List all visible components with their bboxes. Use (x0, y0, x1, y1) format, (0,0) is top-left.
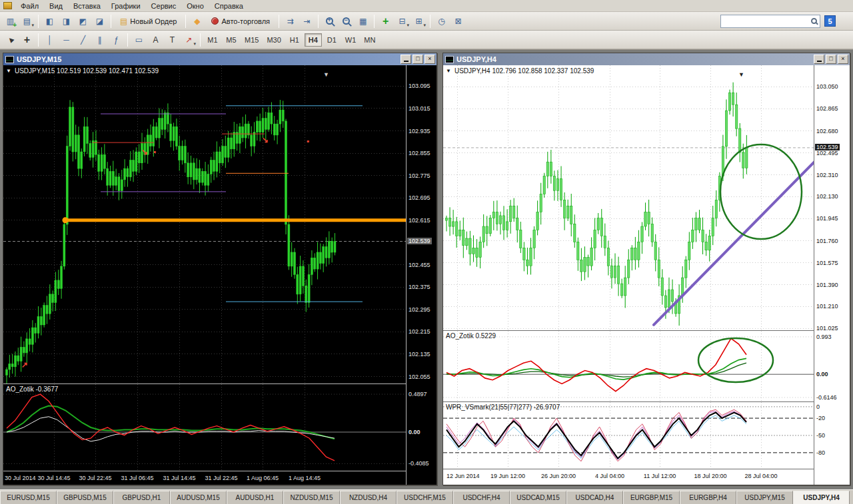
cursor-button[interactable]: ► (3, 33, 18, 47)
zoom-out-button[interactable]: − (339, 14, 354, 29)
zoom-in-button[interactable]: + (322, 14, 337, 29)
profiles-button[interactable]: ▤▾ (19, 14, 35, 29)
vertical-line-button[interactable]: │ (42, 33, 57, 47)
chart-tab-10[interactable]: USDCAD,H4 (566, 491, 623, 504)
chart-tab-1[interactable]: GBPUSD,M15 (57, 491, 113, 504)
auto-scroll-button[interactable]: ⇉ (283, 14, 298, 29)
price-chart-pane[interactable]: ▼USDJPY,H4 102.796 102.858 102.337 102.5… (443, 65, 814, 330)
arrows-button[interactable]: ↗▾ (181, 33, 197, 47)
snapshot-button[interactable]: ⊠ (450, 14, 466, 29)
price-axis[interactable]: 103.050102.865102.680102.495102.310102.1… (814, 65, 850, 485)
chart-tab-4[interactable]: AUDUSD,H1 (227, 491, 283, 504)
menu-item-5[interactable]: Окно (181, 1, 209, 11)
maximize-button[interactable]: □ (826, 55, 836, 64)
market-watch-button[interactable]: ◧ (42, 14, 57, 29)
chart-tab-8[interactable]: USDCHF,H4 (453, 491, 510, 504)
search-input[interactable] (724, 17, 811, 25)
equidistant-channel-icon: ∥ (98, 36, 102, 44)
search-icon[interactable] (811, 18, 817, 24)
chart-tab-9[interactable]: USDCAD,M15 (510, 491, 566, 504)
navigator-button[interactable]: ◩ (75, 14, 91, 29)
pane-separator[interactable] (3, 383, 436, 384)
minimize-button[interactable] (814, 55, 824, 64)
chart-tab-7[interactable]: USDCHF,M15 (397, 491, 453, 504)
chart-body[interactable]: ↘▪↘▪↗▼USDJPY,M15 102.519 102.539 102.471… (3, 65, 436, 485)
wpr-indicator-pane[interactable]: WPR_VSmark(21|55|77|277) -26.9707 (443, 402, 814, 469)
timeframe-H1-button[interactable]: H1 (286, 33, 303, 47)
chart-tab-2[interactable]: GBPUSD,H1 (113, 491, 170, 504)
indicator-label: AO_Zotik -0.3677 (6, 385, 58, 393)
new-order-button[interactable]: ▤Новый Ордер (115, 14, 182, 29)
clock-button[interactable]: ◷ (434, 14, 449, 29)
symbol-dropdown-icon[interactable]: ▼ (446, 68, 451, 74)
close-button[interactable]: × (425, 55, 435, 64)
menu-item-1[interactable]: Вид (44, 1, 68, 11)
chart-arrow-object: ↘ (262, 136, 269, 144)
data-window-button[interactable]: ◨ (59, 14, 74, 29)
terminal-button[interactable]: ◪ (92, 14, 107, 29)
window-titlebar[interactable]: USDJPY,M15 □× (3, 53, 436, 65)
time-axis[interactable]: 12 Jun 201419 Jun 12:0026 Jun 20:004 Jul… (443, 469, 814, 485)
chart-window-usdjpy-m15[interactable]: USDJPY,M15 □× ↘▪↘▪↗▼USDJPY,M15 102.519 1… (3, 53, 437, 485)
minimize-button[interactable] (401, 55, 411, 64)
chart-tab-12[interactable]: EURGBP,H4 (680, 491, 736, 504)
timeframe-M15-button[interactable]: M15 (241, 33, 262, 47)
notifications-badge[interactable]: 5 (824, 15, 836, 27)
chart-tab-5[interactable]: NZDUSD,M15 (283, 491, 340, 504)
metaeditor-icon: ◆ (194, 17, 200, 25)
chart-tab-14[interactable]: USDJPY,H4 (793, 491, 850, 504)
menu-item-0[interactable]: Файл (15, 1, 44, 11)
trendline-button[interactable]: ╱ (75, 33, 91, 47)
menu-item-3[interactable]: Графики (106, 1, 146, 11)
chart-tab-0[interactable]: EURUSD,M15 (0, 491, 57, 504)
indicators-button[interactable]: + (378, 14, 393, 29)
menu-item-2[interactable]: Вставка (68, 1, 106, 11)
metaeditor-button[interactable]: ◆ (189, 14, 205, 29)
chart-tab-11[interactable]: EURGBP,M15 (623, 491, 680, 504)
timeframe-M30-button[interactable]: M30 (263, 33, 284, 47)
price-label: 101.210 (816, 303, 838, 310)
horizontal-line-button[interactable]: ─ (59, 33, 74, 47)
pane-separator[interactable] (443, 330, 850, 331)
trendline-icon: ╱ (81, 36, 85, 44)
toolbar-separator (38, 15, 39, 28)
menu-item-4[interactable]: Сервис (146, 1, 182, 11)
chart-window-usdjpy-h4[interactable]: USDJPY,H4 □× ▼USDJPY,H4 102.796 102.858 … (442, 53, 850, 485)
autotrading-button[interactable]: Авто-торговля (206, 14, 275, 29)
ao-indicator-pane[interactable]: AO_Zotik 0.5229 (443, 331, 814, 401)
tile-windows-button[interactable]: ▦ (355, 14, 371, 29)
window-titlebar[interactable]: USDJPY,H4 □× (443, 53, 850, 65)
text-label-button[interactable]: T (165, 33, 180, 47)
timeframe-D1-button[interactable]: D1 (323, 33, 341, 47)
timeframe-H4-button[interactable]: H4 (305, 33, 322, 47)
chart-tab-6[interactable]: NZDUSD,H4 (340, 491, 397, 504)
ao-indicator-pane[interactable]: AO_Zotik -0.3677 (3, 384, 406, 471)
price-axis[interactable]: 103.095103.015102.935102.855102.775102.6… (406, 65, 436, 485)
price-chart-pane[interactable]: ↘▪↘▪↗▼USDJPY,M15 102.519 102.539 102.471… (3, 65, 406, 383)
crosshair-button[interactable]: + (19, 33, 35, 47)
templates-button[interactable]: ⊞▾ (411, 14, 426, 29)
shapes-button[interactable]: ▭ (131, 33, 147, 47)
timeframe-M5-button[interactable]: M5 (223, 33, 240, 47)
timeframe-MN-button[interactable]: MN (361, 33, 379, 47)
periods-button[interactable]: ⊟▾ (395, 14, 410, 29)
pane-separator[interactable] (443, 401, 850, 402)
chart-body[interactable]: ▼USDJPY,H4 102.796 102.858 102.337 102.5… (443, 65, 850, 485)
autotrading-icon (211, 17, 219, 25)
chart-tab-13[interactable]: USDJPY,M15 (736, 491, 793, 504)
symbol-dropdown-icon[interactable]: ▼ (6, 68, 11, 74)
equidistant-channel-button[interactable]: ∥ (92, 33, 107, 47)
new-chart-button[interactable]: ▥+ (3, 14, 18, 29)
chart-tab-3[interactable]: AUDUSD,M15 (170, 491, 227, 504)
chart-shift-button[interactable]: ⇥ (299, 14, 315, 29)
text-button[interactable]: A (148, 33, 163, 47)
maximize-button[interactable]: □ (413, 55, 423, 64)
timeframe-M1-button[interactable]: M1 (204, 33, 221, 47)
time-axis[interactable]: 30 Jul 201430 Jul 14:4530 Jul 22:4531 Ju… (3, 471, 406, 485)
arrows-icon: ↗ (185, 36, 192, 44)
timeframe-W1-button[interactable]: W1 (342, 33, 360, 47)
fibonacci-button[interactable]: ƒ (109, 33, 124, 47)
close-button[interactable]: × (838, 55, 848, 64)
menu-item-6[interactable]: Справка (209, 1, 249, 11)
ohlc-label: ▼USDJPY,H4 102.796 102.858 102.337 102.5… (446, 67, 594, 75)
